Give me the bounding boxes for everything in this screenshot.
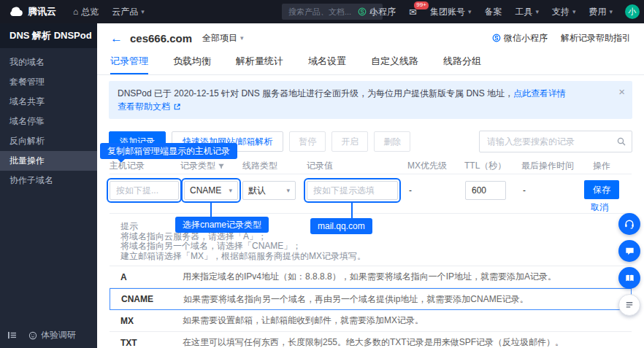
domain-title: ces666.com	[130, 32, 192, 45]
help-doc-link[interactable]: 查看帮助文档	[118, 100, 170, 113]
experience-survey-link[interactable]: 体验调研	[28, 329, 76, 341]
nav-messages[interactable]: ✉ 99+	[402, 0, 423, 23]
topbar: 腾讯云 ⌂ 总览 云产品 ▾ 小程序 ✉ 99+ 集团账号 ▾ 备案 工具 ▾	[0, 0, 644, 23]
nav-mini-program[interactable]: 小程序	[351, 0, 402, 23]
tips-line: 建立邮箱请选择「MX」，根据邮箱服务商提供的MX记录填写。	[120, 252, 366, 262]
project-selector-label: 全部项目	[202, 32, 237, 45]
nav-tools[interactable]: 工具 ▾	[508, 0, 545, 23]
sidebar-item-plan-management[interactable]: 套餐管理	[0, 72, 97, 92]
collapse-sidebar-icon[interactable]	[7, 331, 17, 339]
sidebar-list: 我的域名 套餐管理 域名共享 域名停靠 反向解析 批量操作 协作子域名	[0, 48, 97, 190]
records-section: 主机记录 记录类型 线路类型 记录值 MX优先级 TTL（秒） 最后操作时间 操…	[97, 155, 644, 348]
tab-load-balancing[interactable]: 负载均衡	[173, 53, 211, 74]
sidebar-item-reverse-dns[interactable]: 反向解析	[0, 131, 97, 151]
tencent-cloud-logo[interactable]: 腾讯云	[0, 5, 66, 18]
wechat-miniprogram-label: 微信小程序	[504, 32, 548, 45]
record-type-value: CNAME	[190, 185, 221, 196]
tab-resolution-stats[interactable]: 解析量统计	[236, 53, 283, 74]
save-button[interactable]: 保存	[584, 180, 619, 199]
docs-button[interactable]	[618, 267, 640, 289]
search-icon[interactable]	[617, 137, 626, 146]
type-name: CNAME	[110, 294, 183, 304]
experience-survey-label: 体验调研	[41, 329, 76, 341]
col-header-ttl: TTL（秒）	[464, 160, 506, 172]
tab-domain-settings[interactable]: 域名设置	[308, 53, 346, 74]
nav-overview[interactable]: ⌂ 总览	[66, 0, 105, 23]
record-search-input[interactable]	[486, 136, 613, 147]
feedback-button[interactable]	[618, 240, 640, 262]
table-row-cname[interactable]: CNAME 如果需要将域名指向另一个域名，再由另一个域名提供ip地址，就需要添加…	[110, 288, 632, 310]
col-header-line: 线路类型	[242, 160, 277, 172]
topbar-right: 小程序 ✉ 99+ 集团账号 ▾ 备案 工具 ▾ 支持 ▾ 费用 ▾ 小	[351, 0, 640, 23]
caret-down-icon: ▾	[609, 8, 613, 15]
nav-billing[interactable]: 费用 ▾	[582, 0, 619, 23]
nav-group-account-label: 集团账号	[430, 6, 465, 18]
header-divider	[110, 174, 632, 174]
filter-icon[interactable]	[218, 163, 225, 170]
external-link-icon	[173, 103, 181, 111]
pause-button[interactable]: 暂停	[289, 131, 326, 152]
nav-products-label: 云产品	[112, 6, 138, 18]
record-type-select[interactable]: CNAME ▾	[184, 181, 238, 200]
survey-button[interactable]	[618, 294, 640, 316]
sidebar-title: DNS 解析 DNSPod	[0, 23, 97, 48]
ttl-input[interactable]	[465, 181, 506, 200]
host-record-input[interactable]	[110, 181, 179, 200]
sidebar-item-collaborative-subdomains[interactable]: 协作子域名	[0, 171, 97, 190]
caret-down-icon: ▾	[572, 8, 576, 15]
nav-support-label: 支持	[552, 6, 570, 18]
table-row-mx[interactable]: MX 如果需要设置邮箱，让邮箱能收到邮件，就需要添加MX记录。	[110, 310, 632, 332]
type-desc: 在这里可以填写任何东西，长度限制255。绝大多数的TXT记录是用来做SPF记录（…	[183, 336, 632, 348]
sidebar-item-batch-operations[interactable]: 批量操作	[0, 151, 97, 171]
nav-support[interactable]: 支持 ▾	[545, 0, 583, 23]
wechat-miniprogram-link[interactable]: 微信小程序	[492, 32, 548, 45]
delete-button[interactable]: 删除	[374, 131, 410, 152]
record-value-input[interactable]	[307, 181, 398, 200]
cloud-logo-icon	[9, 7, 23, 17]
record-type-help-table: A 用来指定域名的IPv4地址（如：8.8.8.8），如果需要将域名指向一个IP…	[110, 266, 632, 348]
help-guide-link[interactable]: 解析记录帮助指引	[561, 32, 631, 45]
tab-bar: 记录管理 负载均衡 解析量统计 域名设置 自定义线路 线路分组	[97, 53, 644, 75]
sidebar-item-domain-parking[interactable]: 域名停靠	[0, 112, 97, 131]
survey-icon	[624, 300, 635, 310]
nav-beian[interactable]: 备案	[478, 0, 508, 23]
notice-detail-link[interactable]: 点此查看详情	[513, 88, 566, 98]
close-icon[interactable]: ×	[618, 85, 625, 98]
type-guide-tooltip: 选择cname记录类型	[175, 217, 269, 233]
type-desc: 如果需要将域名指向另一个域名，再由另一个域名提供ip地址，就需要添加CNAME记…	[183, 293, 631, 306]
value-guide-tooltip: mail.qq.com	[310, 218, 372, 234]
project-selector[interactable]: 全部项目 ▾	[202, 32, 244, 45]
line-type-select[interactable]: 默认 ▾	[242, 181, 296, 200]
caret-down-icon: ▾	[535, 8, 539, 15]
col-header-type[interactable]: 记录类型	[180, 160, 225, 172]
back-button[interactable]: ←	[110, 32, 123, 45]
table-row-a[interactable]: A 用来指定域名的IPv4地址（如：8.8.8.8），如果需要将域名指向一个IP…	[110, 266, 632, 288]
cancel-link[interactable]: 取消	[591, 201, 608, 214]
nav-cloud-products[interactable]: 云产品 ▾	[105, 0, 151, 23]
caret-down-icon: ▾	[468, 8, 472, 15]
sidebar-item-domain-sharing[interactable]: 域名共享	[0, 92, 97, 112]
miniprogram-icon	[358, 7, 367, 16]
miniprogram-icon	[492, 34, 501, 42]
last-operated-value: -	[523, 185, 526, 196]
col-header-actions: 操作	[593, 160, 610, 172]
enable-button[interactable]: 开启	[331, 131, 368, 152]
tab-record-management[interactable]: 记录管理	[110, 53, 148, 74]
col-header-mx: MX优先级	[407, 160, 447, 172]
feedback-icon	[624, 246, 635, 257]
type-connector-line	[210, 203, 212, 217]
docs-icon	[624, 273, 635, 284]
tab-line-groups[interactable]: 线路分组	[443, 53, 481, 74]
record-search[interactable]	[479, 131, 632, 152]
type-name: A	[110, 272, 183, 282]
table-row-txt[interactable]: TXT 在这里可以填写任何东西，长度限制255。绝大多数的TXT记录是用来做SP…	[110, 332, 632, 348]
nav-mini-program-label: 小程序	[369, 6, 396, 18]
type-name: TXT	[110, 338, 183, 348]
sidebar-item-my-domains[interactable]: 我的域名	[0, 53, 97, 72]
customer-service-button[interactable]	[618, 213, 640, 235]
nav-beian-label: 备案	[484, 6, 502, 18]
avatar[interactable]: 小	[625, 4, 640, 19]
notice-line-1: DNSPod 已于 2020-12-15 针对 DNS 服务器地址进行全面升级，…	[118, 87, 609, 100]
nav-group-account[interactable]: 集团账号 ▾	[423, 0, 478, 23]
tab-custom-lines[interactable]: 自定义线路	[371, 53, 418, 74]
